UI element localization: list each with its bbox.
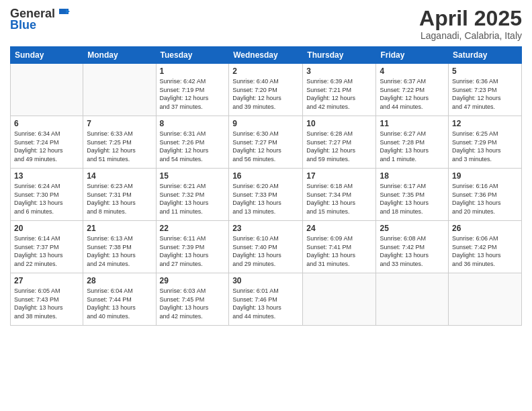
day-info: Sunrise: 6:16 AMSunset: 7:36 PMDaylight:… xyxy=(452,182,518,216)
day-number: 1 xyxy=(160,66,226,76)
month-title: April 2025 xyxy=(419,7,522,30)
day-number: 8 xyxy=(160,119,226,128)
calendar-cell: 20Sunrise: 6:14 AMSunset: 7:37 PMDayligh… xyxy=(11,221,83,273)
week-row-2: 6Sunrise: 6:34 AMSunset: 7:24 PMDaylight… xyxy=(11,116,522,169)
day-number: 30 xyxy=(232,276,299,285)
day-number: 6 xyxy=(14,119,79,128)
day-number: 26 xyxy=(452,224,518,233)
day-number: 19 xyxy=(452,171,518,181)
day-number: 3 xyxy=(306,66,372,76)
day-info: Sunrise: 6:20 AMSunset: 7:33 PMDaylight:… xyxy=(232,182,299,216)
calendar-cell: 30Sunrise: 6:01 AMSunset: 7:46 PMDayligh… xyxy=(229,273,303,326)
calendar-cell xyxy=(11,64,83,116)
header: General Blue April 2025 Laganadi, Calabr… xyxy=(10,7,522,41)
day-number: 2 xyxy=(232,66,299,76)
calendar-header-sunday: Sunday xyxy=(11,47,83,64)
calendar-cell: 5Sunrise: 6:36 AMSunset: 7:23 PMDaylight… xyxy=(449,64,522,116)
calendar-cell: 11Sunrise: 6:27 AMSunset: 7:28 PMDayligh… xyxy=(376,116,449,169)
day-info: Sunrise: 6:23 AMSunset: 7:31 PMDaylight:… xyxy=(87,182,152,216)
calendar-cell: 29Sunrise: 6:03 AMSunset: 7:45 PMDayligh… xyxy=(156,273,229,326)
day-info: Sunrise: 6:06 AMSunset: 7:42 PMDaylight:… xyxy=(452,234,518,268)
day-info: Sunrise: 6:10 AMSunset: 7:40 PMDaylight:… xyxy=(232,234,299,268)
day-number: 17 xyxy=(306,171,372,181)
day-info: Sunrise: 6:24 AMSunset: 7:30 PMDaylight:… xyxy=(14,182,79,216)
day-info: Sunrise: 6:04 AMSunset: 7:44 PMDaylight:… xyxy=(87,287,152,320)
day-number: 29 xyxy=(160,276,226,285)
title-block: April 2025 Laganadi, Calabria, Italy xyxy=(419,7,522,41)
calendar-cell: 19Sunrise: 6:16 AMSunset: 7:36 PMDayligh… xyxy=(449,169,522,221)
calendar-cell xyxy=(449,273,522,326)
calendar-cell: 2Sunrise: 6:40 AMSunset: 7:20 PMDaylight… xyxy=(229,64,303,116)
day-info: Sunrise: 6:40 AMSunset: 7:20 PMDaylight:… xyxy=(232,77,299,111)
calendar-header-monday: Monday xyxy=(83,47,156,64)
day-info: Sunrise: 6:17 AMSunset: 7:35 PMDaylight:… xyxy=(380,182,445,216)
day-number: 18 xyxy=(380,171,445,181)
location-text: Laganadi, Calabria, Italy xyxy=(419,30,522,41)
calendar-header-row: SundayMondayTuesdayWednesdayThursdayFrid… xyxy=(11,47,522,64)
calendar-header-wednesday: Wednesday xyxy=(229,47,303,64)
week-row-4: 20Sunrise: 6:14 AMSunset: 7:37 PMDayligh… xyxy=(11,221,522,273)
day-info: Sunrise: 6:39 AMSunset: 7:21 PMDaylight:… xyxy=(306,77,372,111)
calendar-cell: 13Sunrise: 6:24 AMSunset: 7:30 PMDayligh… xyxy=(11,169,83,221)
day-number: 13 xyxy=(14,171,79,181)
calendar-cell: 18Sunrise: 6:17 AMSunset: 7:35 PMDayligh… xyxy=(376,169,449,221)
calendar-cell xyxy=(83,64,156,116)
calendar-cell: 14Sunrise: 6:23 AMSunset: 7:31 PMDayligh… xyxy=(83,169,156,221)
day-info: Sunrise: 6:13 AMSunset: 7:38 PMDaylight:… xyxy=(87,234,152,268)
day-info: Sunrise: 6:27 AMSunset: 7:28 PMDaylight:… xyxy=(380,130,445,163)
day-number: 20 xyxy=(14,224,79,233)
day-number: 5 xyxy=(452,66,518,76)
calendar-cell: 23Sunrise: 6:10 AMSunset: 7:40 PMDayligh… xyxy=(229,221,303,273)
day-info: Sunrise: 6:25 AMSunset: 7:29 PMDaylight:… xyxy=(452,130,518,163)
day-number: 22 xyxy=(160,224,226,233)
day-info: Sunrise: 6:28 AMSunset: 7:27 PMDaylight:… xyxy=(306,130,372,163)
calendar-cell: 26Sunrise: 6:06 AMSunset: 7:42 PMDayligh… xyxy=(449,221,522,273)
day-info: Sunrise: 6:03 AMSunset: 7:45 PMDaylight:… xyxy=(160,287,226,320)
calendar-cell: 16Sunrise: 6:20 AMSunset: 7:33 PMDayligh… xyxy=(229,169,303,221)
calendar-cell: 27Sunrise: 6:05 AMSunset: 7:43 PMDayligh… xyxy=(11,273,83,326)
day-info: Sunrise: 6:01 AMSunset: 7:46 PMDaylight:… xyxy=(232,287,299,320)
calendar-cell: 4Sunrise: 6:37 AMSunset: 7:22 PMDaylight… xyxy=(376,64,449,116)
page: General Blue April 2025 Laganadi, Calabr… xyxy=(0,0,532,411)
calendar-header-friday: Friday xyxy=(376,47,449,64)
calendar-cell: 21Sunrise: 6:13 AMSunset: 7:38 PMDayligh… xyxy=(83,221,156,273)
day-info: Sunrise: 6:11 AMSunset: 7:39 PMDaylight:… xyxy=(160,234,226,268)
calendar-cell: 22Sunrise: 6:11 AMSunset: 7:39 PMDayligh… xyxy=(156,221,229,273)
day-info: Sunrise: 6:21 AMSunset: 7:32 PMDaylight:… xyxy=(160,182,226,216)
calendar-cell xyxy=(303,273,376,326)
day-info: Sunrise: 6:36 AMSunset: 7:23 PMDaylight:… xyxy=(452,77,518,111)
calendar-table: SundayMondayTuesdayWednesdayThursdayFrid… xyxy=(10,46,522,326)
week-row-1: 1Sunrise: 6:42 AMSunset: 7:19 PMDaylight… xyxy=(11,64,522,116)
calendar-cell: 17Sunrise: 6:18 AMSunset: 7:34 PMDayligh… xyxy=(303,169,376,221)
calendar-cell: 9Sunrise: 6:30 AMSunset: 7:27 PMDaylight… xyxy=(229,116,303,169)
day-number: 25 xyxy=(380,224,445,233)
day-number: 9 xyxy=(232,119,299,128)
calendar-cell: 10Sunrise: 6:28 AMSunset: 7:27 PMDayligh… xyxy=(303,116,376,169)
day-number: 7 xyxy=(87,119,152,128)
day-number: 15 xyxy=(160,171,226,181)
day-info: Sunrise: 6:05 AMSunset: 7:43 PMDaylight:… xyxy=(14,287,79,320)
calendar-header-saturday: Saturday xyxy=(449,47,522,64)
calendar-cell xyxy=(376,273,449,326)
calendar-cell: 7Sunrise: 6:33 AMSunset: 7:25 PMDaylight… xyxy=(83,116,156,169)
calendar-cell: 1Sunrise: 6:42 AMSunset: 7:19 PMDaylight… xyxy=(156,64,229,116)
day-info: Sunrise: 6:30 AMSunset: 7:27 PMDaylight:… xyxy=(232,130,299,163)
day-number: 28 xyxy=(87,276,152,285)
week-row-5: 27Sunrise: 6:05 AMSunset: 7:43 PMDayligh… xyxy=(11,273,522,326)
calendar-cell: 12Sunrise: 6:25 AMSunset: 7:29 PMDayligh… xyxy=(449,116,522,169)
day-number: 11 xyxy=(380,119,445,128)
day-info: Sunrise: 6:09 AMSunset: 7:41 PMDaylight:… xyxy=(306,234,372,268)
day-info: Sunrise: 6:14 AMSunset: 7:37 PMDaylight:… xyxy=(14,234,79,268)
day-info: Sunrise: 6:08 AMSunset: 7:42 PMDaylight:… xyxy=(380,234,445,268)
calendar-cell: 24Sunrise: 6:09 AMSunset: 7:41 PMDayligh… xyxy=(303,221,376,273)
calendar-header-thursday: Thursday xyxy=(303,47,376,64)
day-number: 14 xyxy=(87,171,152,181)
calendar-cell: 6Sunrise: 6:34 AMSunset: 7:24 PMDaylight… xyxy=(11,116,83,169)
calendar-cell: 3Sunrise: 6:39 AMSunset: 7:21 PMDaylight… xyxy=(303,64,376,116)
calendar-header-tuesday: Tuesday xyxy=(156,47,229,64)
day-number: 23 xyxy=(232,224,299,233)
calendar-cell: 25Sunrise: 6:08 AMSunset: 7:42 PMDayligh… xyxy=(376,221,449,273)
day-info: Sunrise: 6:34 AMSunset: 7:24 PMDaylight:… xyxy=(14,130,79,163)
day-number: 10 xyxy=(306,119,372,128)
day-number: 21 xyxy=(87,224,152,233)
